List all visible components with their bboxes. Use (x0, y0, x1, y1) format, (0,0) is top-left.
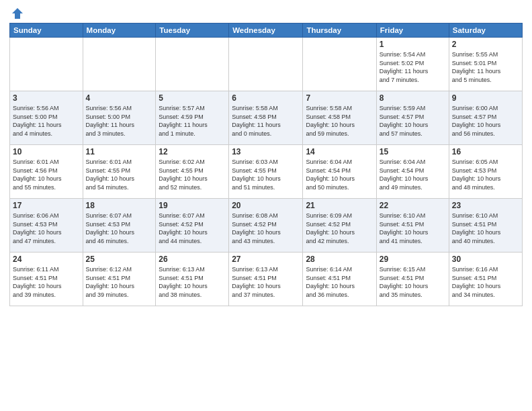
calendar-week-row: 1Sunrise: 5:54 AM Sunset: 5:02 PM Daylig… (10, 38, 523, 91)
day-info: Sunrise: 6:04 AM Sunset: 4:54 PM Dayligh… (306, 158, 373, 191)
calendar-day-cell: 22Sunrise: 6:10 AM Sunset: 4:51 PM Dayli… (376, 199, 449, 253)
svg-marker-0 (12, 8, 23, 19)
day-number: 3 (13, 93, 80, 103)
calendar-day-cell: 18Sunrise: 6:07 AM Sunset: 4:53 PM Dayli… (83, 199, 156, 253)
day-number: 9 (452, 93, 519, 103)
logo (9, 7, 24, 17)
day-number: 24 (13, 255, 80, 264)
day-number: 7 (306, 93, 373, 103)
day-number: 30 (452, 255, 519, 264)
calendar-day-cell: 21Sunrise: 6:09 AM Sunset: 4:52 PM Dayli… (303, 199, 376, 253)
calendar-day-cell: 16Sunrise: 6:05 AM Sunset: 4:53 PM Dayli… (449, 145, 522, 199)
calendar-day-cell: 3Sunrise: 5:56 AM Sunset: 5:00 PM Daylig… (10, 91, 83, 145)
day-info: Sunrise: 6:16 AM Sunset: 4:51 PM Dayligh… (452, 265, 519, 299)
day-info: Sunrise: 6:07 AM Sunset: 4:52 PM Dayligh… (159, 212, 226, 245)
calendar-table: SundayMondayTuesdayWednesdayThursdayFrid… (9, 23, 523, 306)
day-info: Sunrise: 6:09 AM Sunset: 4:52 PM Dayligh… (306, 212, 373, 245)
day-info: Sunrise: 5:59 AM Sunset: 4:57 PM Dayligh… (380, 104, 446, 138)
day-info: Sunrise: 6:04 AM Sunset: 4:54 PM Dayligh… (380, 158, 446, 191)
day-info: Sunrise: 5:57 AM Sunset: 4:59 PM Dayligh… (159, 104, 226, 138)
day-info: Sunrise: 6:07 AM Sunset: 4:53 PM Dayligh… (86, 212, 153, 245)
day-info: Sunrise: 6:06 AM Sunset: 4:53 PM Dayligh… (13, 212, 80, 245)
calendar-day-header: Monday (83, 24, 156, 38)
calendar-day-cell: 4Sunrise: 5:56 AM Sunset: 5:00 PM Daylig… (83, 91, 156, 145)
day-number: 23 (452, 201, 519, 210)
day-number: 12 (159, 147, 226, 156)
calendar-week-row: 3Sunrise: 5:56 AM Sunset: 5:00 PM Daylig… (10, 91, 523, 145)
day-number: 11 (86, 147, 153, 156)
day-info: Sunrise: 6:14 AM Sunset: 4:51 PM Dayligh… (306, 265, 373, 299)
calendar-day-cell: 13Sunrise: 6:03 AM Sunset: 4:55 PM Dayli… (229, 145, 303, 199)
calendar-day-cell (156, 38, 229, 91)
day-number: 18 (86, 201, 153, 210)
day-number: 2 (452, 40, 519, 49)
day-number: 14 (306, 147, 373, 156)
day-number: 22 (380, 201, 446, 210)
day-number: 5 (159, 93, 226, 103)
day-number: 25 (86, 255, 153, 264)
calendar-day-cell: 6Sunrise: 5:58 AM Sunset: 4:58 PM Daylig… (229, 91, 303, 145)
calendar-day-cell: 9Sunrise: 6:00 AM Sunset: 4:57 PM Daylig… (449, 91, 522, 145)
day-number: 17 (13, 201, 80, 210)
calendar-day-header: Friday (376, 24, 449, 38)
calendar-day-cell (83, 38, 156, 91)
header (9, 7, 523, 17)
calendar-day-cell (229, 38, 303, 91)
calendar-day-cell: 25Sunrise: 6:12 AM Sunset: 4:51 PM Dayli… (83, 253, 156, 306)
day-number: 10 (13, 147, 80, 156)
calendar-day-cell: 17Sunrise: 6:06 AM Sunset: 4:53 PM Dayli… (10, 199, 83, 253)
day-number: 6 (232, 93, 300, 103)
calendar-week-row: 24Sunrise: 6:11 AM Sunset: 4:51 PM Dayli… (10, 253, 523, 306)
calendar-day-cell (10, 38, 83, 91)
day-info: Sunrise: 6:01 AM Sunset: 4:55 PM Dayligh… (86, 158, 153, 191)
page: SundayMondayTuesdayWednesdayThursdayFrid… (0, 0, 532, 411)
calendar-day-cell: 19Sunrise: 6:07 AM Sunset: 4:52 PM Dayli… (156, 199, 229, 253)
calendar-day-header: Wednesday (229, 24, 303, 38)
calendar-header-row: SundayMondayTuesdayWednesdayThursdayFrid… (10, 24, 523, 38)
day-number: 8 (380, 93, 446, 103)
calendar-day-cell: 27Sunrise: 6:13 AM Sunset: 4:51 PM Dayli… (229, 253, 303, 306)
calendar-day-cell: 2Sunrise: 5:55 AM Sunset: 5:01 PM Daylig… (449, 38, 522, 91)
calendar-day-header: Saturday (449, 24, 522, 38)
day-number: 28 (306, 255, 373, 264)
day-info: Sunrise: 5:56 AM Sunset: 5:00 PM Dayligh… (13, 104, 80, 138)
calendar-day-cell: 11Sunrise: 6:01 AM Sunset: 4:55 PM Dayli… (83, 145, 156, 199)
day-info: Sunrise: 6:01 AM Sunset: 4:56 PM Dayligh… (13, 158, 80, 191)
day-number: 4 (86, 93, 153, 103)
calendar-week-row: 10Sunrise: 6:01 AM Sunset: 4:56 PM Dayli… (10, 145, 523, 199)
day-info: Sunrise: 6:11 AM Sunset: 4:51 PM Dayligh… (13, 265, 80, 299)
day-number: 20 (232, 201, 300, 210)
calendar-day-cell: 8Sunrise: 5:59 AM Sunset: 4:57 PM Daylig… (376, 91, 449, 145)
day-info: Sunrise: 5:58 AM Sunset: 4:58 PM Dayligh… (306, 104, 373, 138)
calendar-day-cell: 26Sunrise: 6:13 AM Sunset: 4:51 PM Dayli… (156, 253, 229, 306)
calendar-day-cell: 5Sunrise: 5:57 AM Sunset: 4:59 PM Daylig… (156, 91, 229, 145)
calendar-day-cell: 23Sunrise: 6:10 AM Sunset: 4:51 PM Dayli… (449, 199, 522, 253)
day-info: Sunrise: 5:54 AM Sunset: 5:02 PM Dayligh… (380, 50, 446, 84)
day-info: Sunrise: 6:00 AM Sunset: 4:57 PM Dayligh… (452, 104, 519, 138)
day-info: Sunrise: 6:02 AM Sunset: 4:55 PM Dayligh… (159, 158, 226, 191)
day-number: 16 (452, 147, 519, 156)
calendar-day-cell: 1Sunrise: 5:54 AM Sunset: 5:02 PM Daylig… (376, 38, 449, 91)
calendar-day-header: Sunday (10, 24, 83, 38)
calendar-day-header: Tuesday (156, 24, 229, 38)
day-number: 29 (380, 255, 446, 264)
day-info: Sunrise: 5:55 AM Sunset: 5:01 PM Dayligh… (452, 50, 519, 84)
day-number: 19 (159, 201, 226, 210)
day-number: 13 (232, 147, 300, 156)
calendar-day-cell: 15Sunrise: 6:04 AM Sunset: 4:54 PM Dayli… (376, 145, 449, 199)
day-number: 1 (380, 40, 446, 49)
day-info: Sunrise: 6:13 AM Sunset: 4:51 PM Dayligh… (232, 265, 300, 299)
calendar-day-cell (303, 38, 376, 91)
day-number: 15 (380, 147, 446, 156)
calendar-day-cell: 20Sunrise: 6:08 AM Sunset: 4:52 PM Dayli… (229, 199, 303, 253)
day-info: Sunrise: 6:03 AM Sunset: 4:55 PM Dayligh… (232, 158, 300, 191)
day-number: 21 (306, 201, 373, 210)
day-number: 26 (159, 255, 226, 264)
day-info: Sunrise: 6:12 AM Sunset: 4:51 PM Dayligh… (86, 265, 153, 299)
day-info: Sunrise: 5:58 AM Sunset: 4:58 PM Dayligh… (232, 104, 300, 138)
day-info: Sunrise: 6:13 AM Sunset: 4:51 PM Dayligh… (159, 265, 226, 299)
calendar-day-cell: 29Sunrise: 6:15 AM Sunset: 4:51 PM Dayli… (376, 253, 449, 306)
calendar-week-row: 17Sunrise: 6:06 AM Sunset: 4:53 PM Dayli… (10, 199, 523, 253)
day-info: Sunrise: 6:10 AM Sunset: 4:51 PM Dayligh… (452, 212, 519, 245)
logo-icon (11, 7, 24, 20)
